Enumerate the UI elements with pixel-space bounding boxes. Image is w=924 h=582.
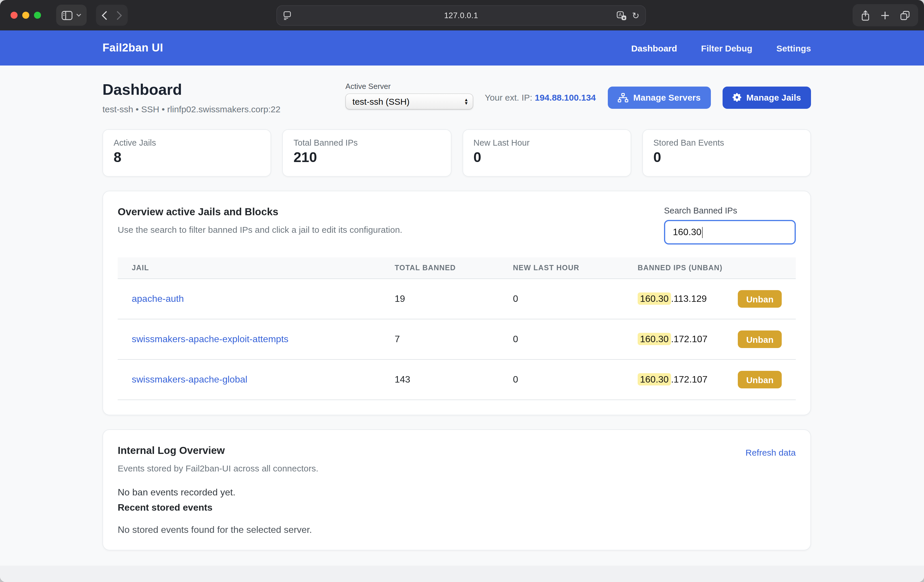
table-row: swissmakers-apache-global 143 0 160.30.1… [118,360,796,400]
jail-link[interactable]: apache-auth [132,294,184,304]
search-banned-ips-label: Search Banned IPs [664,206,796,215]
overview-title: Overview active Jails and Blocks [118,206,402,218]
svg-text:★: ★ [622,15,626,20]
reload-icon[interactable]: ↻ [632,11,639,20]
new-tab-icon[interactable] [881,11,889,20]
history-nav [96,5,128,26]
banned-ip: 160.30.113.129 [638,294,707,304]
share-icon[interactable] [861,10,870,21]
no-ban-events-text: No ban events recorded yet. [118,487,796,498]
jails-table: JAIL TOTAL BANNED NEW LAST HOUR BANNED I… [118,257,796,400]
internal-log-card: Internal Log Overview Events stored by F… [102,429,811,551]
page-body: Dashboard test-ssh • SSH • rlinfp02.swis… [0,66,924,582]
chevron-down-icon [76,13,81,17]
tab-overview-icon[interactable] [900,10,910,20]
url-text: 127.0.0.1 [277,11,645,20]
active-server-label: Active Server [345,82,473,90]
brand-title[interactable]: Fail2ban UI [102,41,163,54]
internal-log-title: Internal Log Overview [118,444,318,457]
nav-link-settings[interactable]: Settings [776,43,811,53]
address-bar[interactable]: 127.0.0.1 A ★ ↻ [276,5,646,26]
browser-toolbar: 127.0.0.1 A ★ ↻ [0,0,924,30]
back-button[interactable] [101,10,108,20]
jails-table-header: JAIL TOTAL BANNED NEW LAST HOUR BANNED I… [118,257,796,279]
banned-ip: 160.30.172.107 [638,334,707,345]
stat-card-total-banned: Total Banned IPs 210 [282,129,452,177]
active-server-select[interactable]: test-ssh (SSH) ▲ ▼ [345,94,473,109]
zoom-window-button[interactable] [34,12,41,19]
minimize-window-button[interactable] [22,12,29,19]
table-row: apache-auth 19 0 160.30.113.129 Unban [118,279,796,319]
recent-stored-events-title: Recent stored events [118,503,796,513]
nav-links: Dashboard Filter Debug Settings [631,43,811,53]
text-caret [702,227,703,238]
manage-jails-button[interactable]: Manage Jails [722,86,811,109]
svg-text:A: A [619,12,622,17]
gear-icon [732,93,741,102]
nav-link-dashboard[interactable]: Dashboard [631,43,677,53]
unban-button[interactable]: Unban [738,330,782,348]
overview-subtitle: Use the search to filter banned IPs and … [118,225,402,235]
nav-link-filter-debug[interactable]: Filter Debug [701,43,752,53]
manage-servers-button[interactable]: Manage Servers [607,86,711,109]
refresh-data-link[interactable]: Refresh data [746,447,796,457]
search-banned-ips-input[interactable]: 160.30 [664,220,796,245]
toolbar-right-buttons [853,4,918,26]
sidebar-icon [61,10,73,20]
close-window-button[interactable] [10,12,18,19]
forward-button[interactable] [116,10,122,20]
banned-ip: 160.30.172.107 [638,374,707,385]
stat-card-stored-ban-events: Stored Ban Events 0 [642,129,811,177]
screen: 127.0.0.1 A ★ ↻ [0,0,924,582]
external-ip: Your ext. IP: 194.88.100.134 [485,92,596,102]
sitemap-icon [617,93,628,102]
internal-log-subtitle: Events stored by Fail2ban-UI across all … [118,463,318,473]
stat-card-new-last-hour: New Last Hour 0 [462,129,631,177]
page-subtitle: test-ssh • SSH • rlinfp02.swissmakers.co… [102,104,280,114]
page-title: Dashboard [102,81,280,99]
app-navbar: Fail2ban UI Dashboard Filter Debug Setti… [0,30,924,66]
table-row: swissmakers-apache-exploit-attempts 7 0 … [118,319,796,360]
translate-icon[interactable]: A ★ [617,11,627,20]
jail-link[interactable]: swissmakers-apache-exploit-attempts [132,334,289,344]
unban-button[interactable]: Unban [738,371,782,388]
stat-card-active-jails: Active Jails 8 [102,129,271,177]
sidebar-toggle-button[interactable] [56,5,87,26]
browser-window: 127.0.0.1 A ★ ↻ [0,0,924,582]
window-bottom-edge [0,566,924,582]
unban-button[interactable]: Unban [738,290,782,307]
select-stepper-icon: ▲ ▼ [464,98,469,105]
external-ip-link[interactable]: 194.88.100.134 [535,92,596,102]
stat-cards: Active Jails 8 Total Banned IPs 210 New … [102,129,811,177]
jail-link[interactable]: swissmakers-apache-global [132,374,248,384]
page-header: Dashboard test-ssh • SSH • rlinfp02.swis… [102,81,811,114]
overview-card: Overview active Jails and Blocks Use the… [102,191,811,415]
window-controls [10,12,41,19]
no-stored-events-text: No stored events found for the selected … [118,524,796,535]
